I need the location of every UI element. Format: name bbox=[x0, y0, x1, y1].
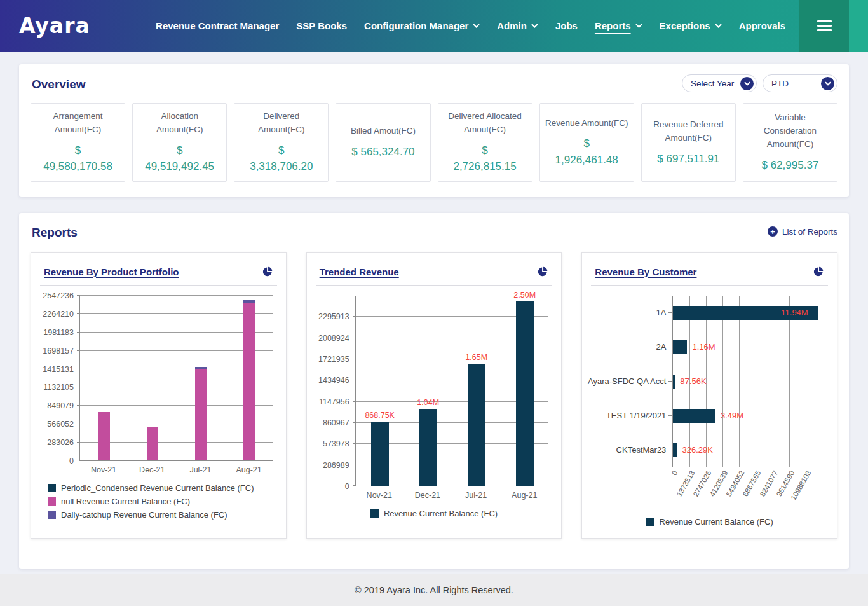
nav-item-ssp-books[interactable]: SSP Books bbox=[296, 20, 347, 31]
bar-segment bbox=[195, 369, 207, 460]
gridline bbox=[789, 296, 790, 467]
y-tick-label: 849079 bbox=[47, 401, 74, 410]
chart-title-link[interactable]: Trended Revenue bbox=[320, 266, 399, 277]
period-dropdown[interactable]: PTD bbox=[763, 74, 837, 92]
chart-body: 1A2AAyara-SFDC QA AcctTEST 1/19/2021CKTe… bbox=[591, 296, 828, 467]
axis-tick bbox=[77, 369, 80, 369]
x-axis-labels: Nov-21Dec-21Jul-21Aug-21 bbox=[79, 465, 273, 474]
plot-area: 868.75K1.04M1.65M2.50M bbox=[355, 296, 549, 486]
nav-label: SSP Books bbox=[296, 20, 347, 31]
currency-symbol: $ bbox=[250, 142, 313, 159]
axis-tick bbox=[353, 380, 356, 380]
bar bbox=[673, 340, 687, 354]
kpi-value: $ 697,511.91 bbox=[657, 151, 719, 167]
legend-swatch bbox=[370, 509, 379, 518]
pie-chart-icon[interactable] bbox=[537, 266, 548, 277]
value-label: 87.56K bbox=[680, 376, 706, 386]
currency-symbol: $ bbox=[657, 153, 666, 165]
chevron-down-icon bbox=[740, 77, 754, 90]
value-label: 326.29K bbox=[682, 445, 713, 455]
main-content: Overview Select Year PTD Arrangement Amo… bbox=[0, 52, 868, 574]
axis-tick bbox=[353, 338, 356, 338]
kpi-label: Delivered Allocated Amout(FC) bbox=[444, 110, 527, 137]
chevron-down-icon bbox=[473, 24, 480, 28]
legend-swatch bbox=[646, 518, 654, 526]
y-axis: 0283026566052849079113210514151311698157… bbox=[40, 296, 79, 461]
kpi-value: $ 49,519,492.45 bbox=[145, 142, 214, 175]
bar-segment bbox=[419, 409, 437, 486]
chart-legend: Revenue Current Balance (FC) bbox=[316, 509, 553, 518]
nav-label: Configuration Manager bbox=[364, 20, 468, 31]
y-tick-label: 0 bbox=[69, 457, 74, 465]
axis-tick bbox=[77, 405, 80, 406]
kpi-label: Revenue Deferred Amount(FC) bbox=[647, 118, 730, 145]
kpi-label: Revenue Amount(FC) bbox=[545, 117, 628, 130]
nav-item-jobs[interactable]: Jobs bbox=[555, 20, 578, 31]
chart-area: 0283026566052849079113210514151311698157… bbox=[40, 296, 277, 520]
plot-area: 11.94M1.16M87.56K3.49M326.29K bbox=[672, 296, 823, 467]
nav-item-reports[interactable]: Reports bbox=[595, 20, 642, 31]
axis-tick bbox=[353, 316, 356, 317]
chart-title-link[interactable]: Revenue By Product Portfolio bbox=[44, 266, 179, 277]
chart-legend: Periodic_Condensed Revenue Current Balan… bbox=[40, 483, 277, 520]
category-label: 1A bbox=[656, 308, 666, 317]
main-nav: Revenue Contract Manager SSP Books Confi… bbox=[156, 20, 785, 31]
x-tick-label: Dec-21 bbox=[403, 491, 452, 500]
nav-item-configuration-manager[interactable]: Configuration Manager bbox=[364, 20, 480, 31]
category-label: TEST 1/19/2021 bbox=[606, 411, 666, 420]
nav-label: Reports bbox=[595, 20, 631, 31]
select-year-dropdown[interactable]: Select Year bbox=[682, 74, 757, 92]
chart-legend: Revenue Current Balance (FC) bbox=[591, 517, 828, 527]
copyright-text: © 2019 Ayara Inc. All Rights Reserved. bbox=[355, 585, 513, 595]
legend-label: null Revenue Current Balance (FC) bbox=[61, 497, 190, 506]
chart-card-revenue-by-product-portfolio: Revenue By Product Portfolio 02830265660… bbox=[31, 252, 287, 539]
pie-chart-icon[interactable] bbox=[262, 266, 273, 277]
pie-chart-icon[interactable] bbox=[813, 266, 824, 277]
nav-label: Jobs bbox=[555, 20, 578, 31]
y-tick-label: 860967 bbox=[323, 418, 349, 427]
kpi-card: Arrangement Amount(FC)$ 49,580,170.58 bbox=[31, 103, 125, 182]
list-of-reports-label: List of Reports bbox=[782, 227, 837, 237]
x-tick-label: Jul-21 bbox=[452, 491, 500, 500]
header-edge-strip bbox=[849, 0, 868, 52]
chart-body: 0286989573978860967114795614349461721935… bbox=[316, 296, 553, 486]
legend-item: Daily-catchup Revenue Current Balance (F… bbox=[48, 510, 277, 520]
ayara-logo[interactable]: Ayara bbox=[19, 13, 90, 38]
value-label: 3.49M bbox=[721, 411, 743, 420]
chart-area: 0286989573978860967114795614349461721935… bbox=[316, 296, 553, 518]
nav-item-exceptions[interactable]: Exceptions bbox=[660, 20, 722, 31]
x-tick-label: Dec-21 bbox=[128, 465, 176, 474]
bar bbox=[673, 443, 677, 457]
category-axis: 1A2AAyara-SFDC QA AcctTEST 1/19/2021CKTe… bbox=[591, 296, 672, 467]
y-tick-label: 1132105 bbox=[43, 383, 74, 392]
bar-segment bbox=[516, 301, 534, 486]
divider bbox=[591, 285, 828, 286]
list-of-reports-link[interactable]: + List of Reports bbox=[768, 226, 837, 237]
nav-label: Exceptions bbox=[660, 20, 710, 31]
y-tick-label: 1434946 bbox=[318, 376, 349, 385]
bar-segment bbox=[98, 412, 110, 460]
top-navbar: Ayara Revenue Contract Manager SSP Books… bbox=[0, 0, 868, 52]
y-tick-label: 2264210 bbox=[43, 310, 74, 319]
x-tick-label: Aug-21 bbox=[500, 491, 548, 500]
x-tick-label: Nov-21 bbox=[79, 465, 128, 474]
hamburger-menu-button[interactable] bbox=[799, 0, 849, 52]
kpi-card: Delivered Allocated Amout(FC)$ 2,726,815… bbox=[438, 103, 532, 182]
nav-item-revenue-contract-manager[interactable]: Revenue Contract Manager bbox=[156, 20, 279, 31]
kpi-amount: 1,926,461.48 bbox=[555, 154, 618, 166]
legend-swatch bbox=[48, 497, 56, 506]
bar bbox=[673, 409, 715, 423]
period-value: PTD bbox=[771, 79, 789, 88]
legend-label: Revenue Current Balance (FC) bbox=[660, 517, 773, 527]
axis-tick bbox=[77, 313, 80, 314]
x-tick-label: Nov-21 bbox=[355, 491, 403, 500]
chart-body: 0283026566052849079113210514151311698157… bbox=[40, 296, 277, 461]
axis-tick bbox=[77, 332, 80, 333]
nav-item-admin[interactable]: Admin bbox=[497, 20, 538, 31]
select-year-value: Select Year bbox=[691, 79, 734, 88]
nav-item-approvals[interactable]: Approvals bbox=[739, 20, 785, 31]
chart-title-link[interactable]: Revenue By Customer bbox=[595, 266, 696, 277]
y-axis: 0286989573978860967114795614349461721935… bbox=[316, 296, 355, 486]
charts-row: Revenue By Product Portfolio 02830265660… bbox=[31, 252, 837, 539]
bar-segment bbox=[147, 427, 158, 460]
